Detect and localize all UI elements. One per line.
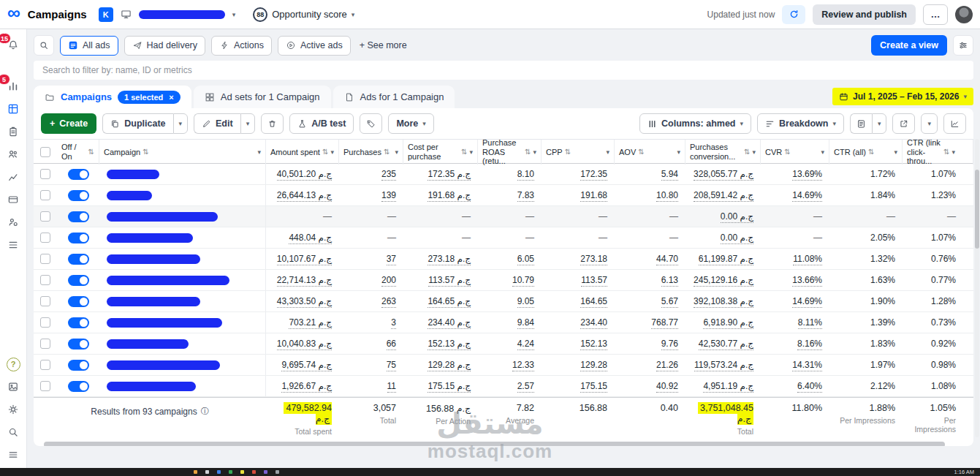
review-and-publish-button[interactable]: Review and publish: [813, 4, 916, 25]
filter-active-ads[interactable]: Active ads: [278, 36, 351, 56]
vertical-scrollbar[interactable]: [975, 139, 979, 437]
row-checkbox[interactable]: [40, 275, 50, 285]
row-checkbox[interactable]: [40, 211, 50, 222]
chevron-down-icon[interactable]: ▾: [752, 148, 756, 156]
edit-button[interactable]: Edit: [194, 113, 240, 134]
sidebar-item-help[interactable]: ?: [6, 357, 20, 371]
scrollbar-thumb[interactable]: [975, 170, 979, 249]
chart-view-button[interactable]: [943, 113, 966, 134]
sidebar-item-content[interactable]: [6, 124, 20, 139]
campaign-toggle[interactable]: [68, 233, 89, 243]
sidebar-item-settings[interactable]: [6, 402, 20, 417]
chevron-down-icon[interactable]: ▾: [677, 148, 680, 156]
column-header-aov[interactable]: AOV⇅▾: [615, 140, 685, 165]
ab-test-button[interactable]: A/B test: [289, 113, 354, 134]
row-checkbox[interactable]: [40, 381, 50, 391]
scrollbar-thumb[interactable]: [44, 442, 945, 446]
select-all-checkbox[interactable]: [40, 147, 50, 157]
date-range-picker[interactable]: Jul 1, 2025 – Feb 15, 2026 ▾: [832, 88, 973, 105]
horizontal-scrollbar[interactable]: [44, 442, 963, 446]
chevron-down-icon[interactable]: ▾: [257, 148, 261, 156]
duplicate-button[interactable]: Duplicate: [102, 113, 172, 134]
refresh-button[interactable]: [782, 5, 805, 24]
campaign-toggle[interactable]: [68, 296, 89, 307]
row-checkbox[interactable]: [40, 317, 50, 328]
campaign-toggle[interactable]: [68, 190, 89, 201]
campaign-toggle[interactable]: [68, 381, 89, 392]
column-header-campaign[interactable]: Campaign⇅▾: [99, 140, 266, 165]
avatar[interactable]: [955, 6, 973, 23]
column-header-purchase_roas[interactable]: Purchase ROAS (retu...⇅▾: [478, 140, 542, 165]
row-checkbox[interactable]: [40, 296, 50, 306]
views-settings-button[interactable]: [953, 35, 973, 56]
column-header-purchases[interactable]: Purchases⇅▾: [339, 140, 403, 165]
export-button[interactable]: [892, 113, 915, 134]
edit-dropdown-button[interactable]: ▾: [240, 113, 256, 134]
selected-count-badge[interactable]: 1 selected ×: [118, 91, 181, 104]
chevron-down-icon[interactable]: ▾: [606, 148, 609, 156]
campaign-name-redacted[interactable]: [107, 233, 193, 243]
column-header-ctr_link[interactable]: CTR (link click-throu...⇅▾: [903, 140, 973, 165]
reports-button[interactable]: [850, 113, 872, 134]
campaign-name-redacted[interactable]: [107, 360, 220, 370]
chevron-down-icon[interactable]: ▾: [395, 148, 398, 156]
row-checkbox[interactable]: [40, 233, 50, 243]
more-options-button[interactable]: …: [923, 4, 948, 25]
filter-search-button[interactable]: [34, 35, 54, 56]
filter-actions[interactable]: Actions: [211, 36, 272, 56]
campaign-name-redacted[interactable]: [107, 297, 200, 306]
row-checkbox[interactable]: [40, 339, 50, 349]
sidebar-item-notifications[interactable]: 15: [6, 38, 20, 53]
sidebar-item-ads-manager[interactable]: [6, 102, 20, 116]
filter-all-ads[interactable]: All ads: [60, 36, 118, 56]
account-chip[interactable]: K: [99, 7, 113, 22]
column-header-cvr[interactable]: CVR⇅▾: [761, 140, 829, 165]
see-more-button[interactable]: + See more: [357, 40, 410, 50]
meta-logo-icon[interactable]: ∞: [7, 4, 20, 22]
sidebar-item-media[interactable]: [6, 379, 20, 394]
chevron-down-icon[interactable]: ▾: [330, 148, 334, 156]
opportunity-score[interactable]: 88 Opportunity score ▾: [253, 7, 354, 22]
create-button[interactable]: +Create: [41, 113, 96, 134]
tab-ads[interactable]: Ads for 1 Campaign: [333, 86, 455, 108]
tag-button[interactable]: [360, 113, 382, 134]
sidebar-item-audiences[interactable]: [6, 147, 20, 162]
sidebar-item-ads-reporting[interactable]: [6, 170, 20, 184]
sidebar-item-billing[interactable]: [6, 192, 20, 207]
campaign-name-redacted[interactable]: [107, 318, 222, 328]
tab-ad-sets[interactable]: Ad sets for 1 Campaign: [194, 86, 331, 108]
sidebar-item-all-tools[interactable]: [6, 238, 20, 252]
chevron-down-icon[interactable]: ▾: [232, 11, 236, 18]
campaign-toggle[interactable]: [68, 169, 89, 180]
campaign-name-redacted[interactable]: [107, 212, 218, 222]
campaign-toggle[interactable]: [68, 254, 89, 265]
chevron-down-icon[interactable]: ▾: [469, 148, 473, 156]
breakdown-button[interactable]: Breakdown▾: [757, 113, 844, 134]
sidebar-item-more-menu[interactable]: [6, 447, 20, 462]
chevron-down-icon[interactable]: ▾: [951, 148, 955, 156]
column-header-cpp[interactable]: CPP⇅▾: [542, 140, 615, 165]
row-checkbox[interactable]: [40, 360, 50, 370]
campaign-name-redacted[interactable]: [107, 254, 200, 264]
reports-dropdown-button[interactable]: ▾: [872, 113, 887, 134]
sidebar-item-account-settings[interactable]: [6, 215, 20, 230]
campaign-name-redacted[interactable]: [107, 191, 152, 200]
chevron-down-icon[interactable]: ▾: [352, 11, 355, 18]
duplicate-dropdown-button[interactable]: ▾: [173, 113, 189, 134]
chevron-down-icon[interactable]: ▾: [533, 148, 536, 156]
campaign-toggle[interactable]: [68, 211, 89, 222]
campaign-name-redacted[interactable]: [107, 382, 196, 391]
column-header-off-on[interactable]: Off / On⇅: [57, 140, 99, 165]
filter-had-delivery[interactable]: Had delivery: [124, 36, 205, 56]
sidebar-item-insights[interactable]: 5: [6, 79, 20, 94]
search-input[interactable]: [34, 61, 973, 80]
columns-button[interactable]: Columns: ahmed▾: [639, 113, 751, 134]
close-icon[interactable]: ×: [169, 93, 173, 102]
row-checkbox[interactable]: [40, 190, 50, 200]
campaign-toggle[interactable]: [68, 360, 89, 371]
row-checkbox[interactable]: [40, 254, 50, 264]
column-header-ctr_all[interactable]: CTR (all)⇅▾: [829, 140, 903, 165]
column-header-cost_per_purchase[interactable]: Cost per purchase⇅▾: [403, 140, 478, 165]
campaign-name-redacted[interactable]: [107, 170, 159, 179]
campaign-toggle[interactable]: [68, 339, 89, 350]
